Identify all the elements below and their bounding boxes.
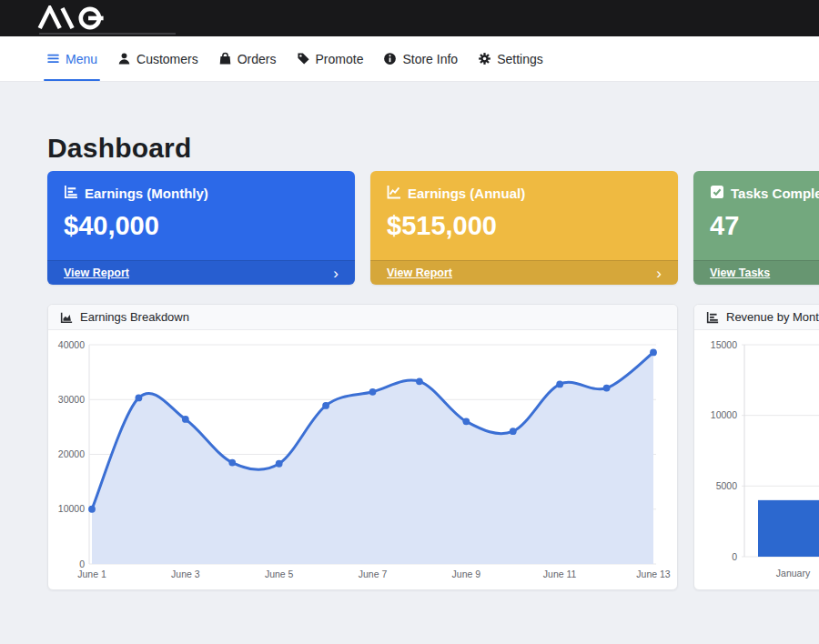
check-square-icon: [710, 185, 724, 202]
svg-text:20000: 20000: [58, 448, 85, 459]
earnings-breakdown-card: Earnings Breakdown 010000200003000040000…: [47, 304, 678, 590]
stat-card-value: $515,000: [387, 211, 662, 241]
svg-text:June 5: June 5: [265, 569, 294, 579]
svg-text:June 7: June 7: [359, 569, 388, 579]
svg-text:June 3: June 3: [171, 569, 200, 579]
brand-logo-icon: [36, 5, 120, 35]
stat-card-value: $40,000: [64, 211, 339, 241]
line-chart-area: 010000200003000040000June 1June 3June 5J…: [48, 330, 677, 590]
chart-card-title: Earnings Breakdown: [80, 310, 189, 324]
chart-card-header: Revenue by Month: [694, 305, 819, 330]
nav-item-label: Store Info: [402, 52, 458, 66]
svg-text:30000: 30000: [58, 394, 85, 405]
main-nav: Menu Customers Orders Promote Store Info: [0, 36, 819, 82]
revenue-by-month-card: Revenue by Month 050001000015000January: [693, 304, 819, 590]
bar-chart-icon: [64, 185, 78, 202]
chart-card-title: Revenue by Month: [726, 310, 819, 324]
nav-item-customers[interactable]: Customers: [107, 36, 208, 81]
nav-item-label: Orders: [238, 52, 277, 66]
svg-text:June 1: June 1: [77, 569, 106, 579]
stat-card-footer: View Report ›: [47, 260, 355, 285]
nav-item-settings[interactable]: Settings: [468, 36, 553, 81]
svg-text:June 13: June 13: [636, 569, 671, 579]
revenue-by-month-chart: 050001000015000January: [694, 330, 819, 589]
bar-chart-area: 050001000015000January: [694, 330, 819, 590]
chevron-right-icon: ›: [656, 266, 662, 281]
main-content: Dashboard Earnings (Monthly) $40,000 Vie…: [0, 82, 819, 590]
stat-card-body: Tasks Completed 47: [693, 171, 819, 260]
stat-card-title: Tasks Completed: [731, 186, 819, 201]
nav-item-orders[interactable]: Orders: [208, 36, 287, 81]
charts-row: Earnings Breakdown 010000200003000040000…: [47, 304, 819, 590]
nav-item-promote[interactable]: Promote: [287, 36, 374, 81]
stat-card-body: Earnings (Annual) $515,000: [370, 171, 678, 260]
svg-text:40000: 40000: [58, 339, 85, 350]
stat-card-title: Earnings (Annual): [408, 186, 525, 201]
shopping-bag-icon: [218, 52, 232, 65]
svg-text:5000: 5000: [716, 480, 738, 491]
nav-item-label: Customers: [136, 52, 198, 66]
stat-card-footer: View Tasks ›: [693, 260, 819, 285]
chevron-right-icon: ›: [333, 266, 339, 281]
svg-text:0: 0: [732, 551, 737, 562]
line-chart-icon: [387, 185, 401, 202]
earnings-breakdown-chart: 010000200003000040000June 1June 3June 5J…: [48, 330, 676, 589]
nav-item-label: Menu: [66, 52, 97, 66]
stat-card-title: Earnings (Monthly): [85, 186, 208, 201]
svg-text:10000: 10000: [711, 409, 737, 420]
view-report-link[interactable]: View Report: [64, 267, 129, 279]
page-title: Dashboard: [47, 133, 819, 164]
info-circle-icon: [383, 52, 397, 65]
svg-text:June 11: June 11: [543, 569, 577, 579]
svg-text:0: 0: [79, 558, 85, 569]
top-app-bar: [0, 0, 819, 36]
stat-card-footer: View Report ›: [370, 260, 678, 285]
area-chart-icon: [60, 311, 73, 324]
nav-item-menu[interactable]: Menu: [36, 36, 107, 81]
gear-icon: [478, 52, 491, 65]
nav-item-store-info[interactable]: Store Info: [373, 36, 468, 81]
hamburger-icon: [46, 52, 60, 65]
stat-card-value: 47: [710, 211, 819, 241]
view-tasks-link[interactable]: View Tasks: [710, 267, 770, 279]
stat-cards-row: Earnings (Monthly) $40,000 View Report ›…: [47, 171, 819, 285]
nav-item-label: Settings: [497, 52, 543, 66]
tag-icon: [297, 52, 310, 65]
dashboard-page: Menu Customers Orders Promote Store Info: [0, 0, 819, 644]
stat-card-earnings-monthly: Earnings (Monthly) $40,000 View Report ›: [47, 171, 355, 285]
stat-card-earnings-annual: Earnings (Annual) $515,000 View Report ›: [370, 171, 678, 285]
nav-item-label: Promote: [316, 52, 364, 66]
stat-card-body: Earnings (Monthly) $40,000: [47, 171, 355, 260]
svg-text:June 9: June 9: [452, 569, 481, 579]
stat-card-tasks-completed: Tasks Completed 47 View Tasks ›: [693, 171, 819, 285]
brand-underline: [39, 33, 176, 35]
svg-text:15000: 15000: [711, 339, 737, 350]
person-icon: [117, 52, 131, 65]
bar-chart-icon: [706, 311, 719, 324]
svg-text:10000: 10000: [58, 503, 85, 514]
chart-card-header: Earnings Breakdown: [48, 305, 677, 330]
view-report-link[interactable]: View Report: [387, 267, 452, 279]
svg-text:January: January: [776, 568, 811, 579]
